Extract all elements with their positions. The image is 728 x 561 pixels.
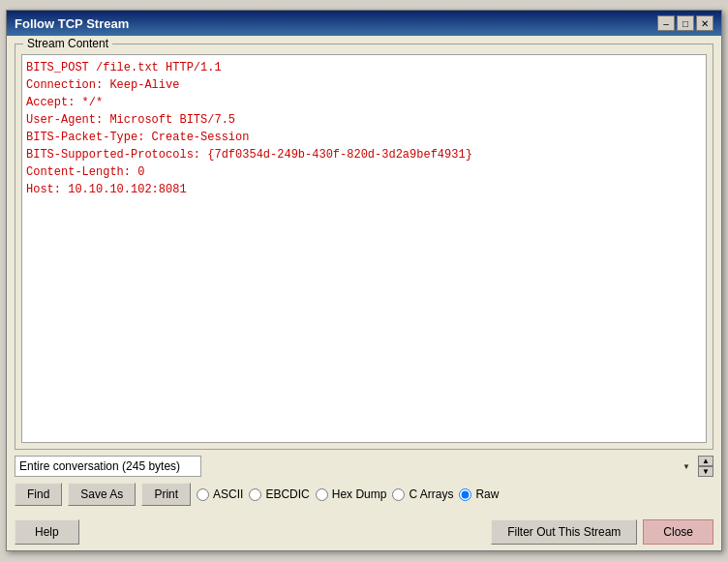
conversation-dropdown-wrapper: Entire conversation (245 bytes) [15,456,694,477]
c-arrays-radio[interactable] [392,488,405,501]
spinner-buttons: ▲ ▼ [698,456,713,477]
title-bar: Follow TCP Stream – □ ✕ [7,11,721,36]
spinner-up-button[interactable]: ▲ [698,456,713,466]
ascii-label[interactable]: ASCII [213,487,243,501]
follow-tcp-stream-window: Follow TCP Stream – □ ✕ Stream Content B… [6,10,722,551]
hex-dump-label[interactable]: Hex Dump [332,487,387,501]
window-title: Follow TCP Stream [15,16,129,31]
ascii-radio[interactable] [197,488,209,501]
ebcdic-label[interactable]: EBCDIC [265,487,309,501]
close-button[interactable]: Close [643,519,713,545]
content-area: Stream Content BITS_POST /file.txt HTTP/… [7,36,721,514]
maximize-button[interactable]: □ [677,15,694,31]
hex-dump-radio-group: Hex Dump [316,487,387,501]
ebcdic-radio-group: EBCDIC [249,487,309,501]
print-button[interactable]: Print [141,483,191,506]
raw-radio-group: Raw [459,487,499,501]
conversation-dropdown[interactable]: Entire conversation (245 bytes) [15,456,201,477]
stream-content-group: Stream Content BITS_POST /file.txt HTTP/… [15,44,713,450]
group-box-label: Stream Content [23,37,112,50]
c-arrays-label[interactable]: C Arrays [409,487,453,501]
raw-radio[interactable] [459,488,471,501]
raw-label[interactable]: Raw [475,487,499,501]
stream-content-text[interactable]: BITS_POST /file.txt HTTP/1.1 Connection:… [21,54,707,443]
dropdown-row: Entire conversation (245 bytes) ▲ ▼ [15,456,713,477]
title-bar-controls: – □ ✕ [657,15,713,31]
spinner-down-button[interactable]: ▼ [698,466,713,477]
filter-out-button[interactable]: Filter Out This Stream [491,519,637,545]
c-arrays-radio-group: C Arrays [392,487,453,501]
hex-dump-radio[interactable] [316,488,328,501]
bottom-right-buttons: Filter Out This Stream Close [491,519,713,545]
find-button[interactable]: Find [15,483,62,506]
ascii-radio-group: ASCII [197,487,243,501]
toolbar-row: Find Save As Print ASCII EBCDIC Hex Dump… [15,483,713,506]
bottom-bar: Help Filter Out This Stream Close [7,514,721,550]
ebcdic-radio[interactable] [249,488,261,501]
minimize-button[interactable]: – [657,15,675,31]
help-button[interactable]: Help [15,519,79,545]
close-window-button[interactable]: ✕ [696,15,713,31]
save-as-button[interactable]: Save As [68,483,136,506]
